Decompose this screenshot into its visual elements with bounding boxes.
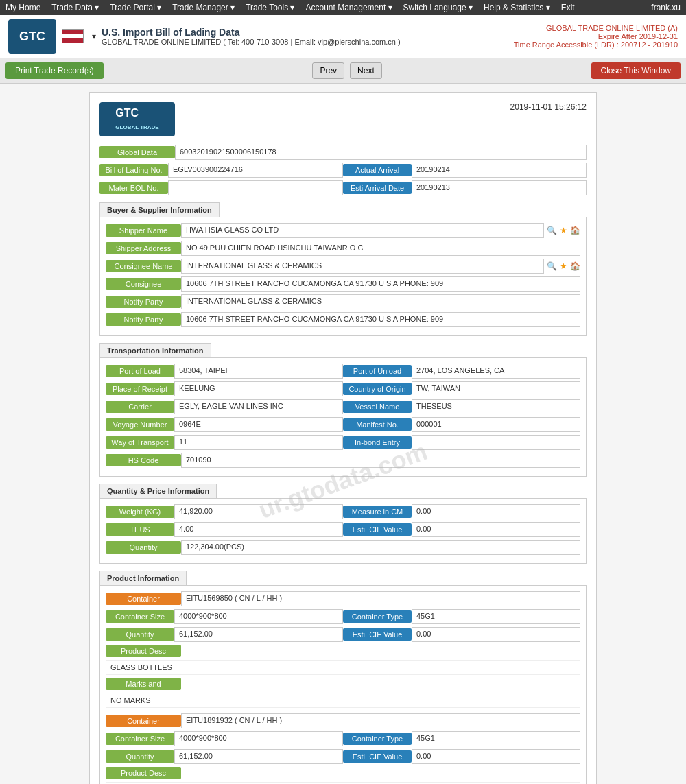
home-icon[interactable]: 🏠 [570,226,580,235]
c1-cif-col: Esti. CIF Value 0.00 [343,627,580,642]
quantity-price-body: Weight (KG) 41,920.00 Measure in CM 0.00… [99,498,587,564]
nav-my-home[interactable]: My Home [5,3,40,12]
bol-col: Bill of Lading No. EGLV003900224716 [99,163,343,178]
teus-label: TEUS [106,523,174,536]
shipper-address-row: Shipper Address NO 49 PUU CHIEN ROAD HSI… [106,241,580,256]
c1-marks-row: Marks and [106,678,580,690]
c2-size-label: Container Size [106,733,174,745]
flag-dropdown[interactable]: ▾ [92,32,96,41]
c1-marks-value: NO MARKS [106,693,580,708]
c2-product-desc-label: Product Desc [106,767,181,779]
voyage-manifest-row: Voyage Number 0964E Manifest No. 000001 [106,417,580,432]
page-title: U.S. Import Bill of Lading Data [102,27,401,38]
c1-product-desc-row: Product Desc [106,645,580,657]
c1-size-label: Container Size [106,610,174,623]
print-button-top[interactable]: Print Trade Record(s) [5,62,104,79]
notify-party-row-1: Notify Party INTERNATIONAL GLASS & CERAM… [106,294,580,309]
shipper-name-row: Shipper Name HWA HSIA GLASS CO LTD 🔍 ★ 🏠 [106,223,580,238]
nav-exit[interactable]: Exit [561,3,575,12]
nav-trade-data[interactable]: Trade Data ▾ [51,3,99,12]
main-content: ur.gtodata.com GTCGLOBAL TRADE 2019-11-0… [0,84,686,784]
search-icon[interactable]: 🔍 [547,226,557,235]
nav-switch-language[interactable]: Switch Language ▾ [403,3,473,12]
in-bond-col: In-bond Entry [343,435,580,450]
esti-arrival-col: Esti Arrival Date 20190213 [343,180,587,195]
c2-type-label: Container Type [343,733,412,745]
record-header: GTCGLOBAL TRADE 2019-11-01 15:26:12 [99,102,587,136]
quantity-price-header: Quantity & Price Information [99,484,217,498]
container-2-row: Container EITU1891932 ( CN / L / HH ) [106,713,580,728]
quantity-value: 122,304.00(PCS) [181,540,580,555]
master-bol-row: Mater BOL No. Esti Arrival Date 20190213 [99,180,587,195]
c1-cif-value: 0.00 [412,627,580,642]
receipt-origin-row: Place of Receipt KEELUNG Country of Orig… [106,381,580,396]
consignee-row: Consignee 10606 7TH STREET RANCHO CUCAMO… [106,276,580,292]
place-of-receipt-value: KEELUNG [174,381,343,396]
esti-arrival-label: Esti Arrival Date [343,182,412,194]
voyage-number-label: Voyage Number [106,418,174,431]
action-bar-top: Print Trade Record(s) Prev Next Close Th… [0,58,686,84]
consignee-name-label: Consignee Name [106,260,181,272]
master-bol-label: Mater BOL No. [99,182,168,194]
c2-size-value: 4000*900*800 [174,731,343,746]
container-2-value: EITU1891932 ( CN / L / HH ) [181,713,580,728]
c2-type-col: Container Type 45G1 [343,731,580,746]
container-1-qty-cif-row: Quantity 61,152.00 Esti. CIF Value 0.00 [106,627,580,642]
c1-size-value: 4000*900*800 [174,609,343,624]
search-icon-2[interactable]: 🔍 [547,261,557,271]
c1-cif-label: Esti. CIF Value [343,628,412,641]
notify-party-label-1: Notify Party [106,296,181,308]
home-icon-2[interactable]: 🏠 [570,261,580,271]
global-data-label: Global Data [99,146,175,158]
container-1-size-type-row: Container Size 4000*900*800 Container Ty… [106,609,580,624]
brand-name: GLOBAL TRADE ONLINE LIMITED (A) [514,24,678,32]
nav-help-statistics[interactable]: Help & Statistics ▾ [484,3,550,12]
place-receipt-col: Place of Receipt KEELUNG [106,381,343,396]
way-of-transport-label: Way of Transport [106,436,174,449]
ldr-info: Time Range Accessible (LDR) : 200712 - 2… [514,40,678,49]
way-of-transport-value: 11 [174,435,343,450]
in-bond-entry-value [412,435,580,450]
record-wrapper: ur.gtodata.com GTCGLOBAL TRADE 2019-11-0… [89,92,597,784]
carrier-col: Carrier EGLY, EAGLE VAN LINES INC [106,399,343,414]
country-of-origin-label: Country of Origin [343,383,412,395]
esti-cif-label: Esti. CIF Value [343,523,412,536]
nav-trade-tools[interactable]: Trade Tools ▾ [246,3,294,12]
nav-trade-manager[interactable]: Trade Manager ▾ [172,3,235,12]
record-logo-text: GTCGLOBAL TRADE [115,107,158,132]
star-icon[interactable]: ★ [560,226,567,235]
vessel-name-value: THESEUS [412,399,580,414]
next-button-top[interactable]: Next [350,62,382,79]
weight-label: Weight (KG) [106,506,174,518]
record-datetime: 2019-11-01 15:26:12 [510,102,587,112]
company-line: GLOBAL TRADE ONLINE LIMITED ( Tel: 400-7… [102,38,401,46]
shipper-name-label: Shipper Name [106,224,181,237]
consignee-name-row: Consignee Name INTERNATIONAL GLASS & CER… [106,259,580,274]
bol-row: Bill of Lading No. EGLV003900224716 Actu… [99,163,587,178]
carrier-value: EGLY, EAGLE VAN LINES INC [174,399,343,414]
c1-qty-label: Quantity [106,628,174,641]
prev-button-top[interactable]: Prev [312,62,344,79]
master-bol-col: Mater BOL No. [99,180,343,195]
country-of-origin-value: TW, TAIWAN [412,381,580,396]
container-2-label: Container [106,715,181,727]
nav-trade-portal[interactable]: Trade Portal ▾ [110,3,161,12]
nav-account-management[interactable]: Account Management ▾ [306,3,392,12]
logo-box: GTC [8,19,56,54]
c1-qty-value: 61,152.00 [174,627,343,642]
notify-party-value-1: INTERNATIONAL GLASS & CERAMICS [181,294,580,309]
c2-cif-col: Esti. CIF Value 0.00 [343,749,580,764]
close-button-top[interactable]: Close This Window [591,62,681,79]
carrier-vessel-row: Carrier EGLY, EAGLE VAN LINES INC Vessel… [106,399,580,414]
product-body: Container EITU1569850 ( CN / L / HH ) Co… [99,585,587,784]
port-of-load-label: Port of Load [106,365,174,377]
container-1: Container EITU1569850 ( CN / L / HH ) Co… [106,591,580,708]
star-icon-2[interactable]: ★ [560,261,567,271]
port-unload-col: Port of Unload 2704, LOS ANGELES, CA [343,364,580,379]
container-1-row: Container EITU1569850 ( CN / L / HH ) [106,591,580,606]
c1-qty-col: Quantity 61,152.00 [106,627,343,642]
port-of-unload-label: Port of Unload [343,365,412,377]
way-transport-col: Way of Transport 11 [106,435,343,450]
c1-product-desc-label: Product Desc [106,645,181,657]
bol-label: Bill of Lading No. [99,164,168,176]
